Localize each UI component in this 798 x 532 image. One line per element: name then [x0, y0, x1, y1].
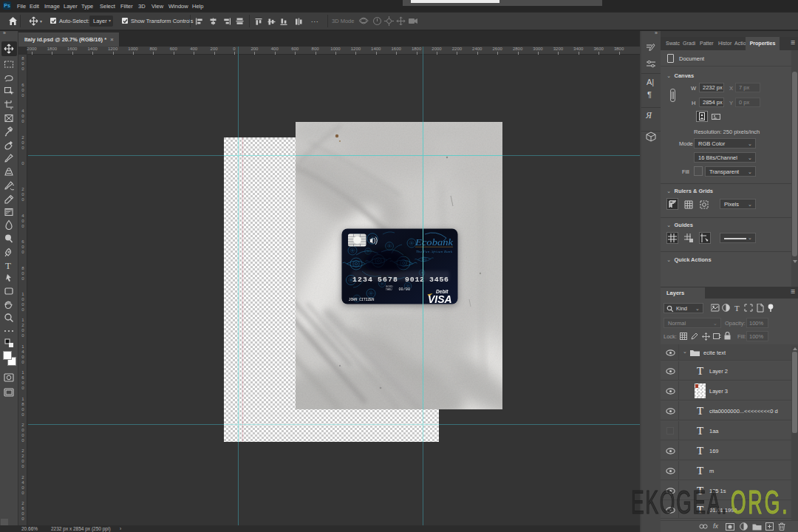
svg-text:THRU: THRU	[386, 288, 392, 291]
svg-text:3456: 3456	[429, 276, 449, 284]
svg-text:5678: 5678	[378, 276, 398, 284]
svg-text:Ecobank: Ecobank	[415, 236, 454, 248]
svg-text:The Pan African Bank: The Pan African Bank	[416, 250, 453, 253]
svg-text:9012: 9012	[405, 276, 424, 284]
svg-text:VISA: VISA	[428, 293, 452, 305]
svg-text:T: T	[734, 304, 740, 313]
svg-text:JOHN CITIZEN: JOHN CITIZEN	[349, 298, 375, 302]
svg-text:T: T	[5, 260, 11, 270]
svg-text:00/00: 00/00	[399, 287, 411, 292]
svg-text:1234: 1234	[352, 276, 372, 284]
